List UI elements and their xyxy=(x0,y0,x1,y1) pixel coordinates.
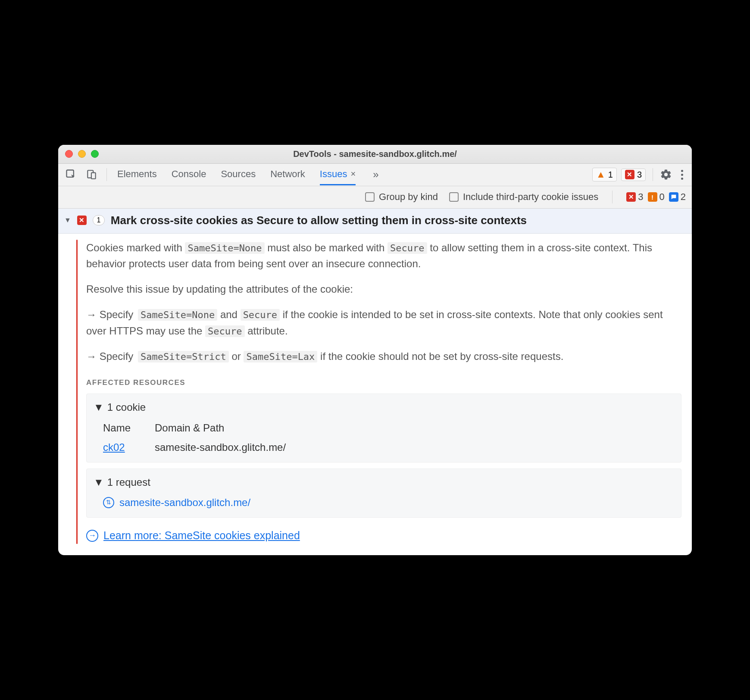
checkbox-icon xyxy=(449,192,459,202)
severity-stripe xyxy=(76,240,78,544)
tab-issues[interactable]: Issues × xyxy=(320,164,356,185)
checkbox-icon xyxy=(365,192,375,202)
cookie-name-link[interactable]: ck02 xyxy=(103,441,125,453)
issue-body: Cookies marked with SameSite=None must a… xyxy=(58,234,692,555)
warnings-badge[interactable]: ▲ 1 xyxy=(592,168,617,181)
warning-bang-icon: ! xyxy=(648,192,657,202)
toolbar-right: ▲ 1 ✕ 3 xyxy=(592,168,688,181)
window-title: DevTools - samesite-sandbox.glitch.me/ xyxy=(65,149,685,159)
errors-count: 3 xyxy=(637,170,642,180)
devtools-tabbar: Elements Console Sources Network Issues … xyxy=(58,164,692,186)
error-x-icon: ✕ xyxy=(77,216,87,225)
resolve-instructions: Resolve this issue by updating the attri… xyxy=(86,281,681,297)
svg-rect-2 xyxy=(91,173,96,179)
request-arrow-icon: ⇅ xyxy=(103,497,114,508)
panel-tabs: Elements Console Sources Network Issues … xyxy=(113,164,381,185)
separator xyxy=(106,168,107,181)
warnings-filter[interactable]: ! 0 xyxy=(648,191,665,203)
warnings-count: 1 xyxy=(608,170,613,180)
traffic-lights xyxy=(65,150,99,158)
issue-title: Mark cross-site cookies as Secure to all… xyxy=(111,214,527,227)
close-tab-icon[interactable]: × xyxy=(350,169,356,179)
table-header: Name Domain & Path xyxy=(103,420,674,436)
code-secure: Secure xyxy=(241,309,280,321)
request-row: ⇅ samesite-sandbox.glitch.me/ xyxy=(103,494,674,510)
tab-console[interactable]: Console xyxy=(172,164,206,185)
bullet-1: → Specify SameSite=None and Secure if th… xyxy=(86,306,681,338)
errors-badge[interactable]: ✕ 3 xyxy=(621,169,646,181)
affected-requests-box: ▼ 1 request ⇅ samesite-sandbox.glitch.me… xyxy=(86,469,681,518)
tabs-overflow-icon[interactable]: » xyxy=(370,169,381,181)
tab-network[interactable]: Network xyxy=(270,164,305,185)
learn-more-row: → Learn more: SameSite cookies explained xyxy=(86,527,681,544)
issue-content: Cookies marked with SameSite=None must a… xyxy=(86,240,681,544)
cookie-domain: samesite-sandbox.glitch.me/ xyxy=(155,439,674,455)
info-speech-icon xyxy=(669,192,678,202)
disclosure-triangle-icon: ▼ xyxy=(94,399,104,415)
bullet-2: → Specify SameSite=Strict or SameSite=La… xyxy=(86,348,681,364)
affected-requests-header: 1 request xyxy=(107,474,150,490)
issues-filterbar: Group by kind Include third-party cookie… xyxy=(58,186,692,209)
tab-sources[interactable]: Sources xyxy=(221,164,256,185)
table-row: ck02 samesite-sandbox.glitch.me/ xyxy=(103,439,674,455)
affected-cookies-header: 1 cookie xyxy=(107,399,146,415)
affected-cookies-toggle[interactable]: ▼ 1 cookie xyxy=(94,399,674,415)
learn-more-link[interactable]: Learn more: SameSite cookies explained xyxy=(103,527,300,544)
affected-resources-label: AFFECTED RESOURCES xyxy=(86,377,681,388)
separator xyxy=(653,168,653,181)
warnings-filter-count: 0 xyxy=(659,191,665,203)
open-external-icon: → xyxy=(86,530,98,542)
zoom-window-button[interactable] xyxy=(91,150,99,158)
errors-filter-count: 3 xyxy=(638,191,643,203)
code-samesite-none: SameSite=None xyxy=(185,242,264,254)
affected-cookies-box: ▼ 1 cookie Name Domain & Path ck02 sames… xyxy=(86,394,681,462)
issue-description: Cookies marked with SameSite=None must a… xyxy=(86,240,681,272)
code-samesite-none: SameSite=None xyxy=(138,309,217,321)
issue-header-row[interactable]: ▼ ✕ 1 Mark cross-site cookies as Secure … xyxy=(58,209,692,234)
error-x-icon: ✕ xyxy=(626,192,636,202)
settings-gear-icon[interactable] xyxy=(660,169,672,181)
info-filter[interactable]: 2 xyxy=(669,191,686,203)
disclosure-triangle-icon: ▼ xyxy=(94,474,104,490)
code-secure: Secure xyxy=(205,325,244,337)
close-window-button[interactable] xyxy=(65,150,73,158)
cookie-table: Name Domain & Path ck02 samesite-sandbox… xyxy=(103,420,674,455)
group-by-kind-label: Group by kind xyxy=(379,191,438,203)
include-third-party-checkbox[interactable]: Include third-party cookie issues xyxy=(449,191,598,203)
tab-issues-label: Issues xyxy=(320,169,347,180)
error-x-icon: ✕ xyxy=(625,170,634,179)
separator xyxy=(612,191,612,203)
include-third-party-label: Include third-party cookie issues xyxy=(463,191,598,203)
tab-elements[interactable]: Elements xyxy=(117,164,157,185)
more-options-icon[interactable] xyxy=(676,170,688,180)
affected-requests-toggle[interactable]: ▼ 1 request xyxy=(94,474,674,490)
toggle-device-toolbar-icon[interactable] xyxy=(83,167,100,182)
issue-category-counts: ✕ 3 ! 0 2 xyxy=(626,191,686,203)
code-samesite-strict: SameSite=Strict xyxy=(138,351,229,362)
inspect-element-icon[interactable] xyxy=(62,167,80,182)
window-titlebar: DevTools - samesite-sandbox.glitch.me/ xyxy=(58,145,692,164)
minimize-window-button[interactable] xyxy=(78,150,86,158)
code-samesite-lax: SameSite=Lax xyxy=(244,351,317,362)
devtools-window: DevTools - samesite-sandbox.glitch.me/ E… xyxy=(58,145,692,555)
code-secure: Secure xyxy=(388,242,427,254)
disclosure-triangle-icon[interactable]: ▼ xyxy=(64,216,71,224)
col-name: Name xyxy=(103,420,155,436)
errors-filter[interactable]: ✕ 3 xyxy=(626,191,643,203)
group-by-kind-checkbox[interactable]: Group by kind xyxy=(365,191,438,203)
info-filter-count: 2 xyxy=(681,191,686,203)
warning-triangle-icon: ▲ xyxy=(596,169,606,180)
col-domain: Domain & Path xyxy=(155,420,674,436)
request-url-link[interactable]: samesite-sandbox.glitch.me/ xyxy=(119,494,250,510)
issue-count-pill: 1 xyxy=(93,215,105,225)
